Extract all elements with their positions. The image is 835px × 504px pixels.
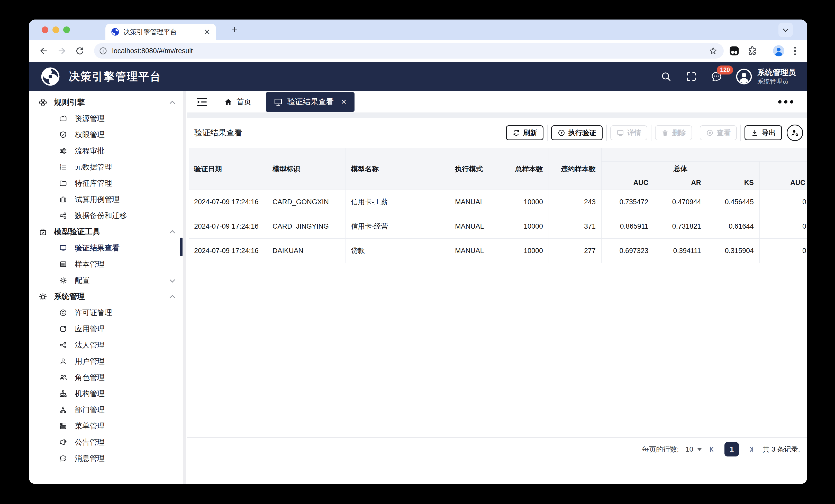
sidebar-item-legal-entity-mgmt[interactable]: 法人管理 [29, 337, 187, 353]
back-button[interactable] [38, 45, 49, 57]
bookmark-star-icon[interactable] [709, 46, 717, 55]
col-header: 执行模式 [450, 148, 500, 190]
sidebar-item-trial-case-mgmt[interactable]: 试算用例管理 [29, 191, 187, 208]
sidebar-item-license-mgmt[interactable]: 许可证管理 [29, 304, 187, 321]
tab-more-button[interactable] [776, 98, 796, 106]
sidebar-item-flow-approval[interactable]: 流程审批 [29, 143, 187, 159]
toolbar-divider [765, 45, 765, 57]
play-circle-icon [557, 129, 565, 136]
run-validation-button[interactable]: 执行验证 [551, 125, 603, 140]
svg-text:3: 3 [60, 168, 61, 170]
url-text[interactable]: localhost:8080/#/mv/result [112, 47, 709, 55]
main-area: 首页 验证结果查看 ✕ 验证结果查看 刷新 [187, 91, 807, 484]
first-page-icon[interactable] [709, 445, 717, 454]
table-row[interactable]: 2024-07-09 17:24:16 CARD_GONGXIN 信用卡-工薪 … [189, 190, 808, 214]
sidebar-item-metadata-mgmt[interactable]: 123 元数据管理 [29, 159, 187, 175]
export-button[interactable]: 导出 [745, 125, 782, 140]
user-menu[interactable]: 系统管理员 系统管理员 [736, 67, 796, 85]
extensions-puzzle-icon[interactable] [747, 45, 758, 56]
forward-button[interactable] [56, 45, 67, 57]
minimize-window-button[interactable] [53, 26, 59, 33]
address-bar[interactable]: localhost:8080/#/mv/result [94, 43, 724, 59]
bag-check-icon [39, 228, 47, 236]
folder-icon [59, 179, 67, 187]
app-logo-swirl-icon [41, 67, 60, 86]
tab-close-icon[interactable]: ✕ [204, 27, 210, 37]
sidebar-item-feature-lib-mgmt[interactable]: 特征库管理 [29, 175, 187, 191]
table-row[interactable]: 2024-07-09 17:24:16 CARD_JINGYING 信用卡-经营… [189, 214, 808, 239]
tab-home[interactable]: 首页 [224, 97, 251, 107]
table-row[interactable]: 2024-07-09 17:24:16 DAIKUAN 贷款 MANUAL 10… [189, 239, 808, 263]
app-title: 决策引擎管理平台 [69, 69, 161, 84]
page-title: 验证结果查看 [195, 127, 242, 138]
column-settings-button[interactable] [787, 125, 803, 141]
tab-close-icon[interactable]: ✕ [341, 98, 347, 106]
sidebar-item-announcement-mgmt[interactable]: 公告管理 [29, 434, 187, 450]
browser-tab[interactable]: 决策引擎管理平台 ✕ [105, 24, 216, 40]
user-avatar-icon [736, 68, 752, 85]
browser-menu-button[interactable] [792, 47, 798, 55]
user-icon [59, 357, 67, 365]
fullscreen-icon[interactable] [685, 71, 697, 82]
site-info-icon[interactable] [99, 46, 107, 55]
results-table-wrap: 验证日期 模型标识 模型名称 执行模式 总样本数 违约样本数 总体 [189, 148, 807, 263]
page-tab-bar: 首页 验证结果查看 ✕ [187, 91, 807, 113]
extension-app-icon[interactable] [729, 45, 740, 56]
toolbar-separator [547, 125, 548, 141]
collapse-sidebar-icon[interactable] [196, 96, 208, 108]
sidebar-item-data-backup-migration[interactable]: 数据备份和迁移 [29, 208, 187, 224]
tab-validation-result[interactable]: 验证结果查看 ✕ [266, 92, 354, 112]
sidebar-item-resource-mgmt[interactable]: 资源管理 [29, 110, 187, 127]
sidebar-scrollbar[interactable] [183, 91, 186, 484]
metrics-top-band [602, 148, 808, 162]
tab-search-button[interactable] [778, 23, 793, 37]
sidebar-item-menu-mgmt[interactable]: 菜单管理 [29, 418, 187, 434]
sidebar-item-app-mgmt[interactable]: 应用管理 [29, 321, 187, 337]
delete-button: 删除 [655, 125, 692, 140]
col-header: 模型名称 [346, 148, 450, 190]
browser-actions [729, 45, 798, 57]
sidebar-item-message-mgmt[interactable]: 消息管理 [29, 450, 187, 466]
rows-per-page-label: 每页的行数: [642, 445, 679, 454]
users-icon [59, 374, 67, 381]
search-icon[interactable] [660, 71, 672, 82]
wallet-icon [59, 114, 67, 123]
col-header: 总样本数 [500, 148, 549, 190]
sidebar-section-model-validation[interactable]: 模型验证工具 [29, 224, 187, 240]
new-tab-button[interactable]: + [228, 24, 241, 36]
sidebar-section-rule-engine[interactable]: 规则引擎 [29, 94, 187, 110]
close-window-button[interactable] [42, 26, 48, 33]
gear-icon [39, 292, 47, 301]
megaphone-icon [59, 438, 67, 446]
sidebar-item-dept-mgmt[interactable]: 部门管理 [29, 402, 187, 418]
browser-toolbar: localhost:8080/#/mv/result [29, 40, 807, 62]
metric-header: AUC [760, 176, 808, 190]
current-page-button[interactable]: 1 [725, 442, 739, 457]
sidebar-section-system-mgmt[interactable]: 系统管理 [29, 289, 187, 304]
briefcase-icon [59, 195, 67, 204]
refresh-button[interactable]: 刷新 [506, 125, 544, 140]
rows-per-page-select[interactable]: 10 [685, 445, 702, 454]
browser-tab-title: 决策引擎管理平台 [123, 27, 201, 37]
trash-icon [661, 129, 669, 136]
toolbar-separator [606, 125, 607, 141]
sidebar-item-role-mgmt[interactable]: 角色管理 [29, 370, 187, 385]
sidebar-item-sample-mgmt[interactable]: 样本管理 [29, 256, 187, 272]
last-page-icon[interactable] [747, 445, 755, 454]
zoom-window-button[interactable] [63, 26, 70, 33]
sidebar-item-org-mgmt[interactable]: 机构管理 [29, 385, 187, 402]
download-icon [751, 129, 759, 136]
chevron-up-icon [170, 101, 175, 106]
sidebar-item-permission-mgmt[interactable]: 权限管理 [29, 127, 187, 143]
sidebar-item-user-mgmt[interactable]: 用户管理 [29, 353, 187, 370]
sidebar-item-validation-result-view[interactable]: 验证结果查看 [29, 240, 187, 256]
reload-button[interactable] [74, 45, 85, 57]
browser-tab-strip: 决策引擎管理平台 ✕ + [29, 20, 807, 40]
sidebar-item-config[interactable]: 配置 [29, 272, 187, 289]
org-tree-icon [59, 390, 67, 398]
group-header-overall: 总体 [602, 162, 760, 176]
share-icon [59, 212, 67, 219]
chat-icon [59, 455, 67, 462]
user-role: 系统管理员 [757, 77, 796, 85]
browser-profile-avatar[interactable] [773, 45, 785, 57]
